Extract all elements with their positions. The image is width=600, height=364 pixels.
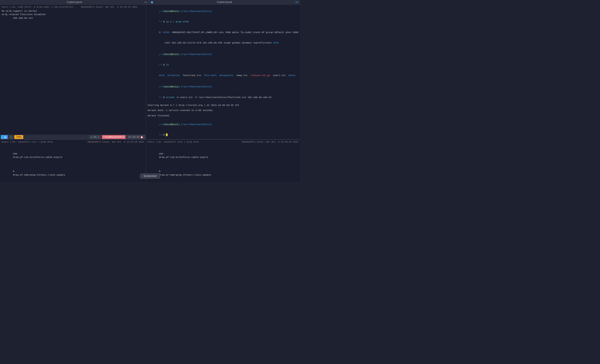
prompt1-dir: -[/usr/share/wordlists] [179,10,212,13]
right-bottom-cmd: Every 1.0s: launchctl list | grep drew [148,140,199,144]
status-gear-segment: ⚙ [9,135,13,139]
circle-icon: ● [3,136,4,138]
right-prompt3: ┌──(kali㉿kali)-[/usr/share/wordlists] [148,82,298,92]
check-icon: ✔ [91,136,92,138]
cmd1-text: ip a | grep eth0 [166,20,188,23]
zero-label: 0s [94,136,96,138]
status-user-segment: root@MacBookPro [102,135,126,139]
ncrack-out5: Ncrack finished. [148,114,298,118]
left-tmux-status: ● ▶ ⚙ /etc ·····························… [0,135,146,139]
cmd2-text: ls [166,64,169,66]
right-bottom-row2: - 0 drew.pf.emerging-threats.rules-updat… [148,163,298,180]
right-out1-line2: inet 192.168.68.113/24 brd 192.168.68.25… [148,38,298,48]
right-prompt4-line: └─ $ [148,130,298,140]
left-bottom-terminal: Every 1.0s: launchctl list | grep drew M… [0,139,146,182]
right-top-terminal: ┌──(kali㉿kali)-[/usr/share/wordlists] └─… [146,5,300,139]
ncrack-out1: Starting Ncrack 0.7 ( http://ncrack.org … [148,104,298,107]
left-line3: 192.168.68.113 [2,16,144,20]
prompt1-arrow: └─ [159,20,162,23]
left-bottom-row1: - 255 drew.pf.ssh-bruteforce.table-expir… [2,145,144,163]
left-title-bar: Cipherpunk ⌘1 [0,0,149,5]
prompt3-user: (kali㉿kali) [163,85,179,88]
screenshot-button[interactable]: Screenshot [140,173,160,179]
right-prompt4: ┌──(kali㉿kali)-[/usr/share/wordlists] [148,119,298,130]
right-bottom-header: Every 1.0s: launchctl list | grep drew M… [148,140,298,144]
left-bottom-timestamp: MacBookPro.local: Sat Oct 8 22:45:28 202… [88,140,144,144]
x-icon: ✕ [98,136,99,138]
ncrack-spacer3 [148,118,298,119]
row2-dash: - [13,167,15,169]
right-ls-out: dirb dirbuster fasttrack.txt fern-wifi m… [148,70,298,81]
right-bottom-timestamp: MacBookPro.local: Sat Oct 8 22:45:28 202… [242,140,298,144]
user-label: root@MacBookPro [103,136,124,138]
play-icon: ▶ [5,136,6,138]
prompt2-user: (kali㉿kali) [163,53,179,56]
cmd3-flags: -U users.txt -P /usr/share/wordlists/fas… [174,96,272,99]
time-label: 22:18:42 [128,136,140,138]
right-cmd1-line: └─ $ ip a | grep eth0 [148,17,298,27]
prompt1-separator: ┌── [159,10,163,13]
gear-icon: ⚙ [10,136,12,138]
rb-row2-num: 0 [159,170,160,173]
left-bottom-watch: Every 1.0s: launchctl list | grep drew M… [2,140,144,144]
row2-service: drew.pf.emerging-threats.rules-update [13,174,65,176]
row1-service: drew.pf.ssh-bruteforce.table-expire [13,156,62,159]
prompt4-user: (kali㉿kali) [163,123,179,126]
prompt3-dir: -[/usr/share/wordlists] [179,85,212,88]
row1-num: 255 [13,153,17,155]
left-line1: No ALTQ support in kernel [2,9,144,13]
left-line2: ALTQ related functions disabled [2,13,144,16]
left-title-shortcut: ⌘1 [145,1,147,4]
right-prompt2: ┌──(kali㉿kali)-[/usr/share/wordlists] [148,49,298,60]
status-etc-segment[interactable]: /etc [14,135,23,139]
left-bottom-cmd: Every 1.0s: launchctl list | grep drew [2,140,53,144]
row1-dash: - [13,149,15,152]
ncrack-spacer1 [148,107,298,109]
right-cmd2-line: └─ $ ls [148,60,298,70]
right-prompt1: ┌──(kali㉿kali)-[/usr/share/wordlists] [148,6,298,17]
prompt3-separator: ┌── [159,85,163,88]
right-bottom-terminal: Every 1.0s: launchctl list | grep drew M… [146,139,300,182]
left-title-text: Cipherpunk [67,1,82,4]
ncrack-spacer2 [148,112,298,114]
right-cmd3-line: └─ $ ncrack -U users.txt -P /usr/share/w… [148,92,298,103]
prompt3-dollar: $ [162,96,166,99]
clock-icon: ⏰ [140,136,143,138]
left-bottom-row2: - 0 drew.pf.emerging-threats.rules-updat… [2,163,144,180]
right-title-bar: Cipherpunk ⌘2 [149,0,300,5]
left-top-terminal: Every 1.0s: sudo pfctl -a drew.sshd -t s… [0,5,146,135]
prompt2-separator: ┌── [159,53,163,56]
rb-row2-service: drew.pf.emerging-threats.rules-update [159,174,211,176]
rb-row1-num: 255 [159,153,163,155]
cmd3-ncrack: ncrack [166,96,174,99]
rb-row1-dash: - [159,149,160,152]
prompt2-arrow: └─ [159,64,162,66]
status-check-segment: ✔ 0s ✕ [89,135,101,139]
rb-row2-dash: - [159,167,160,169]
left-watch-header: Every 1.0s: sudo pfctl -a drew.sshd -t s… [2,6,144,9]
right-title-text: Cipherpunk [217,1,232,4]
status-dots: ········································… [24,136,88,138]
prompt4-arrow: └─ [159,134,162,136]
prompt4-separator: ┌── [159,123,163,126]
right-out1-line1: 2: eth0: <BROADCAST,MULTICAST,UP,LOWER_U… [148,27,298,38]
right-title-shortcut: ⌘2 [296,1,298,4]
right-title-dot [151,1,153,3]
prompt4-dollar: $ [162,134,166,136]
rb-row1-service: drew.pf.ssh-bruteforce.table-expire [159,156,208,159]
status-time-segment: 22:18:42 ⏰ [126,135,145,139]
prompt1-user: (kali㉿kali) [163,10,179,13]
row2-num: 0 [13,170,15,173]
prompt1-dollar: $ [162,20,166,23]
prompt4-dir: -[/usr/share/wordlists] [179,123,212,126]
prompt2-dir: -[/usr/share/wordlists] [179,53,212,56]
status-blue-segment: ● ▶ [1,135,8,139]
prompt4-cursor [166,133,168,136]
prompt3-arrow: └─ [159,96,162,99]
etc-label: /etc [16,136,21,138]
ncrack-out3: Ncrack done: 1 service scanned in 6.00 s… [148,109,298,112]
right-bottom-row1: - 255 drew.pf.ssh-bruteforce.table-expir… [148,145,298,163]
prompt2-dollar: $ [162,64,166,66]
